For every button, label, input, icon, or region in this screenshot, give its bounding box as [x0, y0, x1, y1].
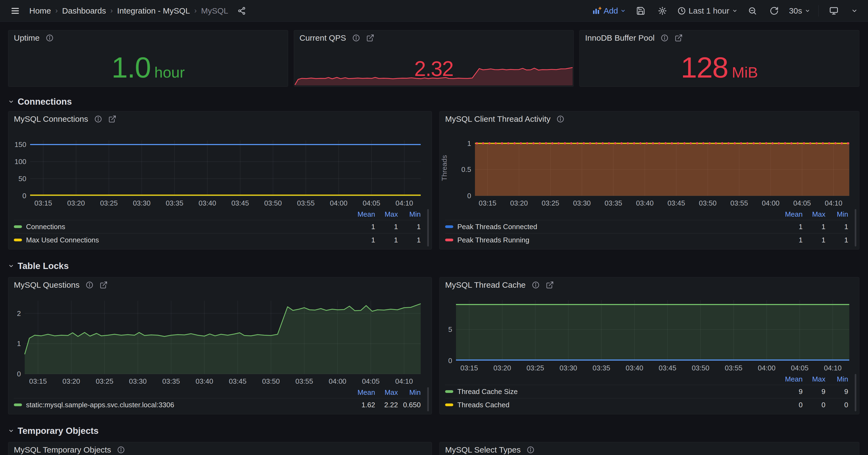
- breadcrumb-home[interactable]: Home: [29, 6, 51, 15]
- info-icon[interactable]: [532, 281, 540, 289]
- legend-col-min[interactable]: Min: [826, 375, 848, 383]
- legend-value: 1: [352, 223, 375, 231]
- section-table-locks[interactable]: Table Locks: [8, 260, 859, 272]
- legend-col-mean[interactable]: Mean: [780, 210, 803, 219]
- legend-scrollbar[interactable]: [855, 374, 856, 411]
- section-title: Connections: [18, 97, 72, 107]
- legend-scrollbar[interactable]: [427, 387, 429, 411]
- kiosk-mode-button[interactable]: [827, 4, 841, 18]
- share-button[interactable]: [235, 4, 248, 18]
- svg-text:0.5: 0.5: [461, 165, 471, 173]
- svg-text:04:00: 04:00: [329, 377, 346, 385]
- panel-header: MySQL Questions: [8, 278, 432, 293]
- legend-row: Thread Cache Size999: [445, 385, 848, 398]
- legend-series-label[interactable]: Connections: [14, 223, 352, 231]
- info-icon[interactable]: [556, 115, 564, 123]
- legend-col-mean[interactable]: Mean: [780, 375, 803, 383]
- legend-col-min[interactable]: Min: [398, 388, 421, 397]
- legend-col-mean[interactable]: Mean: [352, 210, 375, 219]
- legend-scrollbar[interactable]: [427, 209, 429, 247]
- svg-text:03:25: 03:25: [100, 199, 118, 207]
- info-icon[interactable]: [352, 34, 360, 42]
- time-range-picker[interactable]: Last 1 hour: [677, 6, 738, 15]
- menu-button[interactable]: [8, 4, 22, 18]
- legend-col-max[interactable]: Max: [375, 210, 398, 219]
- legend-col-max[interactable]: Max: [803, 210, 826, 219]
- section-connections[interactable]: Connections: [8, 96, 859, 107]
- dashboard-settings-button[interactable]: [656, 4, 669, 18]
- info-icon[interactable]: [94, 115, 102, 123]
- chevron-down-icon: [732, 8, 738, 13]
- legend-series-label[interactable]: Max Used Connections: [14, 236, 352, 244]
- legend-series-swatch: [445, 225, 453, 228]
- legend-value: 1: [826, 236, 848, 244]
- legend-series-label[interactable]: Peak Threads Connected: [445, 223, 780, 231]
- refresh-interval-dropdown[interactable]: 30s: [789, 6, 810, 15]
- svg-text:03:15: 03:15: [460, 364, 478, 372]
- svg-text:2: 2: [17, 310, 21, 318]
- legend-series-swatch: [14, 239, 22, 241]
- svg-text:04:10: 04:10: [825, 199, 842, 207]
- legend-header: MeanMaxMin: [445, 373, 848, 385]
- legend-col-min[interactable]: Min: [826, 210, 848, 219]
- save-dashboard-button[interactable]: [634, 4, 648, 18]
- legend-col-min[interactable]: Min: [398, 210, 421, 219]
- panel-title: MySQL Temporary Objects: [14, 445, 111, 454]
- panel-header: MySQL Select Types: [440, 442, 859, 455]
- legend-col-max[interactable]: Max: [803, 375, 826, 383]
- legend-value: 1: [398, 236, 421, 244]
- legend-series-label[interactable]: Thread Cache Size: [445, 388, 780, 396]
- mysql-thread-cache-chart[interactable]: 03:1503:2003:2503:3003:3503:4003:4503:50…: [440, 293, 859, 373]
- external-link-icon[interactable]: [675, 34, 683, 42]
- legend-series-swatch: [14, 225, 22, 228]
- info-icon[interactable]: [86, 281, 94, 289]
- legend-series-label[interactable]: Threads Cached: [445, 401, 780, 409]
- panel-mysql-thread-cache: MySQL Thread Cache 03:1503:2003:2503:300…: [439, 277, 859, 414]
- info-icon[interactable]: [660, 34, 669, 42]
- legend-series-label[interactable]: static:mysql.sample-apps.svc.cluster.loc…: [14, 401, 352, 409]
- svg-text:03:40: 03:40: [625, 364, 643, 372]
- legend-series-swatch: [445, 390, 453, 393]
- svg-text:1: 1: [467, 139, 471, 148]
- svg-text:03:55: 03:55: [725, 364, 742, 372]
- svg-text:03:35: 03:35: [604, 199, 622, 207]
- info-icon[interactable]: [117, 446, 125, 454]
- external-link-icon[interactable]: [546, 281, 554, 289]
- stat-unit: MiB: [732, 63, 758, 81]
- zoom-out-button[interactable]: [746, 4, 759, 18]
- legend-series-swatch: [445, 403, 453, 406]
- refresh-button[interactable]: [767, 4, 781, 18]
- legend-row: static:mysql.sample-apps.svc.cluster.loc…: [14, 398, 421, 411]
- add-button[interactable]: Add: [592, 6, 625, 15]
- svg-text:04:05: 04:05: [791, 364, 809, 372]
- svg-text:03:25: 03:25: [527, 364, 544, 372]
- svg-text:0: 0: [467, 192, 471, 200]
- external-link-icon[interactable]: [108, 115, 116, 123]
- external-link-icon[interactable]: [99, 281, 108, 289]
- mysql-questions-chart[interactable]: 03:1503:2003:2503:3003:3503:4003:4503:50…: [8, 293, 432, 387]
- legend-col-mean[interactable]: Mean: [352, 388, 375, 397]
- section-temporary-objects[interactable]: Temporary Objects: [8, 425, 859, 436]
- legend-series-label[interactable]: Peak Threads Running: [445, 236, 780, 244]
- info-icon[interactable]: [527, 446, 535, 454]
- svg-text:Threads: Threads: [440, 155, 448, 181]
- external-link-icon[interactable]: [366, 34, 374, 42]
- mysql-client-thread-activity-chart[interactable]: 03:1503:2003:2503:3003:3503:4003:4503:50…: [440, 127, 859, 208]
- svg-text:03:20: 03:20: [67, 199, 85, 207]
- zoom-out-icon: [748, 6, 757, 15]
- legend-scrollbar[interactable]: [855, 209, 856, 247]
- refresh-icon: [770, 6, 779, 15]
- legend-value: 1: [826, 223, 848, 231]
- legend: MeanMaxMinThread Cache Size999Threads Ca…: [440, 373, 859, 414]
- info-icon[interactable]: [45, 34, 54, 42]
- breadcrumb-folder[interactable]: Integration - MySQL: [117, 6, 190, 15]
- nav-more-button[interactable]: [849, 5, 860, 16]
- stat-number: 2.32: [414, 56, 453, 81]
- breadcrumb-dashboards[interactable]: Dashboards: [62, 6, 106, 15]
- svg-text:03:50: 03:50: [692, 364, 709, 372]
- legend-value: 0: [803, 401, 826, 409]
- svg-text:100: 100: [14, 158, 26, 166]
- mysql-connections-chart[interactable]: 03:1503:2003:2503:3003:3503:4003:4503:50…: [8, 127, 432, 208]
- legend-col-max[interactable]: Max: [375, 388, 398, 397]
- svg-text:03:20: 03:20: [493, 364, 511, 372]
